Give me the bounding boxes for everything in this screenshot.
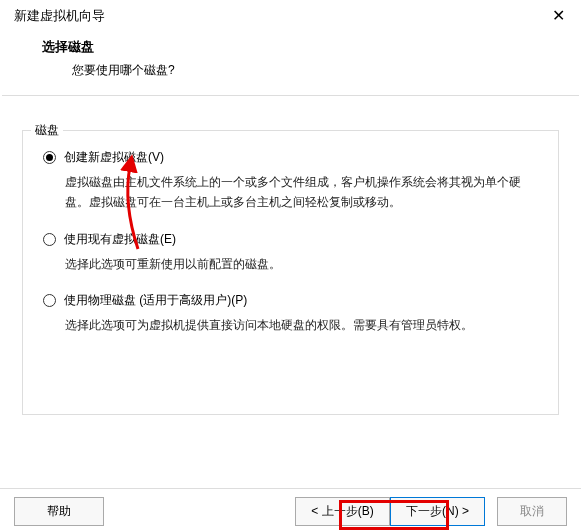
next-button[interactable]: 下一步(N) > [390,497,485,526]
option-label: 创建新虚拟磁盘(V) [64,149,164,166]
wizard-button-row: 帮助 < 上一步(B) 下一步(N) > 取消 [0,488,581,526]
help-button[interactable]: 帮助 [14,497,104,526]
option-description: 选择此选项可重新使用以前配置的磁盘。 [43,254,542,274]
radio-icon[interactable] [43,294,56,307]
option-use-physical-disk[interactable]: 使用物理磁盘 (适用于高级用户)(P) 选择此选项可为虚拟机提供直接访问本地硬盘… [39,292,542,335]
radio-icon[interactable] [43,151,56,164]
close-icon[interactable]: ✕ [546,6,571,26]
option-description: 虚拟磁盘由主机文件系统上的一个或多个文件组成，客户机操作系统会将其视为单个硬盘。… [43,172,542,213]
page-title: 选择磁盘 [42,38,565,56]
window-title: 新建虚拟机向导 [14,7,105,25]
page-subtitle: 您要使用哪个磁盘? [42,62,565,79]
cancel-button[interactable]: 取消 [497,497,567,526]
divider [2,95,579,96]
option-description: 选择此选项可为虚拟机提供直接访问本地硬盘的权限。需要具有管理员特权。 [43,315,542,335]
title-bar: 新建虚拟机向导 ✕ [0,0,581,30]
radio-icon[interactable] [43,233,56,246]
disk-groupbox: 磁盘 创建新虚拟磁盘(V) 虚拟磁盘由主机文件系统上的一个或多个文件组成，客户机… [22,130,559,415]
groupbox-legend: 磁盘 [31,122,63,139]
option-label: 使用物理磁盘 (适用于高级用户)(P) [64,292,247,309]
option-create-new-disk[interactable]: 创建新虚拟磁盘(V) 虚拟磁盘由主机文件系统上的一个或多个文件组成，客户机操作系… [39,149,542,213]
back-button[interactable]: < 上一步(B) [295,497,390,526]
option-label: 使用现有虚拟磁盘(E) [64,231,176,248]
wizard-header: 选择磁盘 您要使用哪个磁盘? [0,30,581,89]
option-use-existing-disk[interactable]: 使用现有虚拟磁盘(E) 选择此选项可重新使用以前配置的磁盘。 [39,231,542,274]
